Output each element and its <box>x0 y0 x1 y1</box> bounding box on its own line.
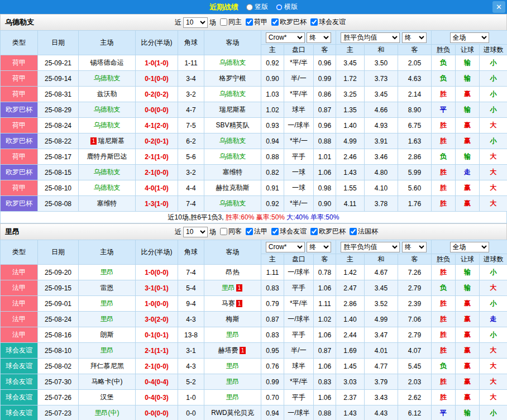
team-name-link[interactable]: 兹沃勒 <box>97 90 117 98</box>
team-name-link[interactable]: 锡塔德命运 <box>90 59 124 66</box>
asian-home-odds-cell: 0.94 <box>261 405 284 420</box>
team-name-link[interactable]: 里昂 <box>101 268 114 276</box>
team-name-link[interactable]: 里昂 <box>101 299 114 307</box>
filter-checkbox[interactable] <box>246 228 253 235</box>
filter-checkbox[interactable] <box>220 18 227 26</box>
horizontal-layout-radio[interactable] <box>276 4 283 11</box>
filter-法国杯[interactable]: 法国杯 <box>350 227 378 236</box>
team-name-link[interactable]: 鹿特丹斯巴达 <box>87 152 127 160</box>
near-label: 近 <box>175 227 181 237</box>
handicap-result-cell: 赢 <box>456 133 480 149</box>
odds-source-select[interactable]: Crow* <box>266 32 305 43</box>
corner-cell: 13-8 <box>178 327 204 343</box>
goals-result-cell: 大 <box>480 359 507 374</box>
team-name-link[interactable]: 乌德勒支 <box>94 168 121 176</box>
layout-option-vertical[interactable]: 竖版 <box>246 2 268 12</box>
team-name-link[interactable]: 乌德勒支 <box>94 74 121 82</box>
odds-final-select[interactable]: 终 <box>307 242 331 252</box>
team-name-link[interactable]: 乌德勒支 <box>219 152 246 160</box>
team-name-link[interactable]: 马赛 <box>222 299 235 307</box>
team-name-link[interactable]: 汉堡 <box>101 393 114 401</box>
asian-home-odds-cell: 0.83 <box>261 327 284 343</box>
home-team-cell: 乌德勒支 <box>79 118 136 133</box>
filter-checkbox[interactable] <box>310 228 318 235</box>
team-name-link[interactable]: 里昂 <box>226 331 240 338</box>
vertical-layout-radio[interactable] <box>246 4 253 11</box>
euro-final-select[interactable]: 终 <box>402 32 427 43</box>
team-name-link[interactable]: 乌德勒支 <box>94 184 121 192</box>
euro-final-select[interactable]: 终 <box>402 242 427 252</box>
handicap-result-cell: 赢 <box>456 180 480 196</box>
corner-cell: 4-4 <box>178 180 204 196</box>
filter-checkbox[interactable] <box>310 18 318 26</box>
filter-球会友谊[interactable]: 球会友谊 <box>310 17 346 27</box>
team-name-link[interactable]: 里昂 <box>226 393 240 401</box>
team-name-link[interactable]: 乌德勒支 <box>219 59 246 66</box>
score-cell: 1-0(0-0) <box>136 265 178 280</box>
euro-draw-odds-cell: 4.80 <box>365 165 398 180</box>
home-team-cell: 乌德勒支 <box>79 180 136 196</box>
team-name-link[interactable]: 昂热 <box>226 268 240 276</box>
team-name-link[interactable]: SBV精英队 <box>216 121 249 129</box>
near-count-select[interactable]: 10 <box>183 227 208 237</box>
filter-bar: 近 10 场 同主荷甲欧罗巴杯球会友谊 <box>175 17 346 28</box>
team-name-link[interactable]: 马略卡(中) <box>92 378 123 385</box>
filter-checkbox[interactable] <box>271 228 279 235</box>
team-name-link[interactable]: 雷恩 <box>101 284 114 292</box>
asian-home-odds-cell: 0.76 <box>261 359 284 374</box>
euro-mean-select[interactable]: 胜平负均值 <box>341 32 400 43</box>
team-name-link[interactable]: 拜仁慕尼黑 <box>90 362 124 370</box>
team-name-link[interactable]: 里昂 <box>101 315 114 323</box>
team-name-link[interactable]: 乌德勒支 <box>219 199 246 207</box>
euro-mean-select[interactable]: 胜平负均值 <box>341 242 400 252</box>
score-cell: 0-2(0-2) <box>136 87 178 102</box>
team-name-link[interactable]: 朗斯 <box>101 331 114 338</box>
euro-away-odds-cell: 4.63 <box>398 71 432 87</box>
team-name-link[interactable]: 塞维特 <box>97 199 117 207</box>
team-name-link[interactable]: 里昂(中) <box>95 409 119 417</box>
team-name-link[interactable]: 里昂 <box>101 346 114 354</box>
team-name-link[interactable]: 乌德勒支 <box>219 137 246 145</box>
result-scope-select[interactable]: 全场 <box>450 32 489 43</box>
team-name-link[interactable]: 里昂 <box>222 284 235 292</box>
col-away: 客场 <box>204 31 261 55</box>
euro-away-odds-cell: 2.79 <box>398 327 432 343</box>
filter-欧罗巴杯[interactable]: 欧罗巴杯 <box>310 227 346 236</box>
layout-option-horizontal[interactable]: 横版 <box>276 2 298 12</box>
team-name-link[interactable]: 赫拉克勒斯 <box>216 184 250 192</box>
asian-away-odds-cell: 1.02 <box>314 312 336 327</box>
team-name-link[interactable]: 乌德勒支 <box>219 90 246 98</box>
filter-checkbox[interactable] <box>246 18 253 26</box>
filter-球会友谊[interactable]: 球会友谊 <box>271 227 307 236</box>
filter-checkbox[interactable] <box>271 18 279 26</box>
euro-home-odds-cell: 2.37 <box>336 390 365 405</box>
team-name-link[interactable]: 瑞尼斯基 <box>98 137 125 145</box>
euro-away-odds-cell: 6.12 <box>398 405 432 420</box>
near-count-select[interactable]: 10 <box>183 17 208 28</box>
team-name-link[interactable]: 乌德勒支 <box>94 121 121 129</box>
col-euro-home: 主 <box>336 254 365 265</box>
goals-result-cell: 走 <box>480 312 507 327</box>
team-name-link[interactable]: RWD莫伦贝克 <box>211 409 253 417</box>
filter-同客[interactable]: 同客 <box>220 227 242 236</box>
filter-同主[interactable]: 同主 <box>220 17 242 27</box>
filter-法甲[interactable]: 法甲 <box>246 227 267 236</box>
filter-欧罗巴杯[interactable]: 欧罗巴杯 <box>271 17 307 27</box>
filter-checkbox[interactable] <box>220 228 227 235</box>
filter-checkbox[interactable] <box>350 228 357 235</box>
team-name-link[interactable]: 里昂 <box>226 362 240 370</box>
team-name-link[interactable]: 赫塔费 <box>218 346 238 354</box>
odds-source-select[interactable]: Crow* <box>266 242 305 252</box>
close-icon[interactable]: ✕ <box>492 1 505 13</box>
team-name-link[interactable]: 乌德勒支 <box>94 106 121 113</box>
team-name-link[interactable]: 格罗宁根 <box>219 74 246 82</box>
team-name-link[interactable]: 里昂 <box>226 378 240 385</box>
result-scope-select[interactable]: 全场 <box>450 242 489 252</box>
team-name-link[interactable]: 瑞尼斯基 <box>219 106 246 113</box>
team-name-link[interactable]: 梅斯 <box>226 315 240 323</box>
euro-away-odds-cell: 6.75 <box>398 118 432 133</box>
team-name-link[interactable]: 塞维特 <box>223 168 243 176</box>
filter-荷甲[interactable]: 荷甲 <box>246 17 267 27</box>
match-row: 荷甲25-09-21锡塔德命运1-0(1-0)1-11乌德勒支0.92*平/半0… <box>1 55 507 71</box>
odds-final-select[interactable]: 终 <box>307 32 331 43</box>
